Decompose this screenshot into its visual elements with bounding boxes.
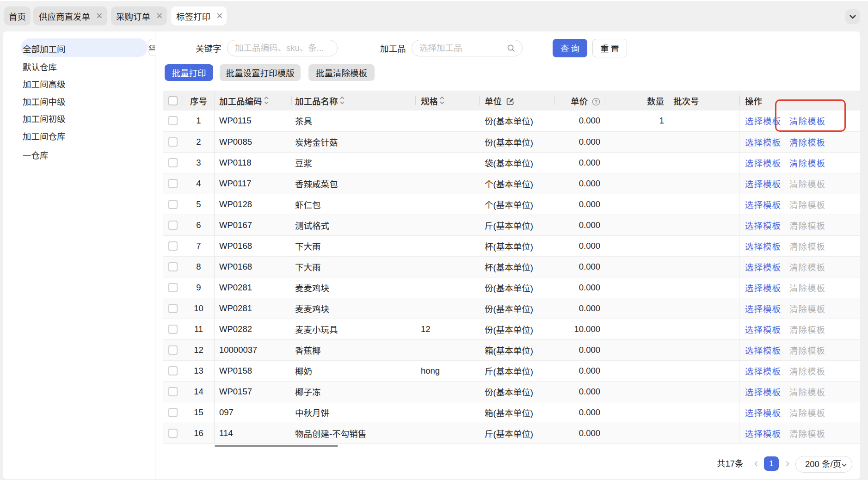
svg-text:?: ? (595, 98, 597, 104)
